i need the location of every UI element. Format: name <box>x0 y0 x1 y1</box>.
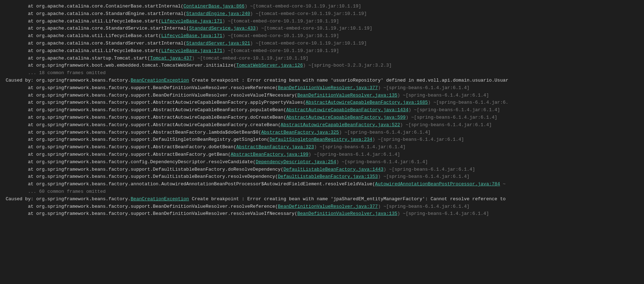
terminal-line: at org.apache.catalina.util.LifecycleBas… <box>6 32 638 40</box>
terminal-line: at org.springframework.beans.factory.sup… <box>6 107 638 114</box>
file-link[interactable]: AbstractAutowireCapableBeanFactory.java:… <box>281 122 400 128</box>
jar-info: ) ~[spring-beans-6.1.4.jar:6.1.4] <box>397 93 489 98</box>
file-link[interactable]: StandardServer.java:921 <box>186 41 250 46</box>
at-text: at org.springframework.beans.factory.sup… <box>6 152 231 157</box>
at-text: at org.springframework.beans.factory.sup… <box>6 122 281 128</box>
terminal-line: at org.apache.catalina.util.LifecycleBas… <box>6 18 638 25</box>
at-text: at org.apache.catalina.util.LifecycleBas… <box>6 19 161 24</box>
at-text: at org.springframework.beans.factory.sup… <box>6 137 269 142</box>
jar-info: ) ~[spring-beans-6.1.4.jar:6.1.4] <box>378 85 469 91</box>
at-text: at org.springframework.boot.web.embedded… <box>6 63 236 68</box>
jar-info: ) ~[spring-beans-6.1.4.jar:6.1.4] <box>383 167 475 172</box>
file-link[interactable]: AutowiredAnnotationBeanPostProcessor.jav… <box>375 181 500 187</box>
caused-by-prefix: Caused by: org.springframework.beans.fac… <box>6 196 131 202</box>
terminal-line: at org.springframework.beans.factory.ann… <box>6 181 638 188</box>
file-link[interactable]: AbstractAutowireCapableBeanFactory.java:… <box>286 107 408 113</box>
terminal-line: at org.apache.catalina.startup.Tomcat.st… <box>6 55 638 62</box>
terminal-line: at org.apache.catalina.core.StandardServ… <box>6 25 638 32</box>
terminal-line: ... 60 common frames omitted <box>6 188 638 196</box>
file-link[interactable]: BeanDefinitionValueResolver.java:135 <box>297 211 397 216</box>
file-link[interactable]: StandardEngine.java:240 <box>186 11 250 16</box>
terminal-line: at org.springframework.beans.factory.sup… <box>6 114 638 122</box>
terminal-line: at org.springframework.beans.factory.con… <box>6 159 638 166</box>
file-link[interactable]: AbstractBeanFactory.java:323 <box>236 144 314 150</box>
exception-class-link[interactable]: BeanCreationException <box>131 196 189 202</box>
file-link[interactable]: DefaultSingletonBeanRegistry.java:234 <box>269 137 372 142</box>
at-text: at org.springframework.beans.factory.sup… <box>6 204 278 209</box>
file-link[interactable]: ContainerBase.java:866 <box>183 4 245 9</box>
jar-info: ) ~[spring-beans-6.1.4.jar:6.1.4] <box>372 137 464 142</box>
terminal-line: Caused by: org.springframework.beans.fac… <box>6 77 638 84</box>
at-text: at org.springframework.beans.factory.sup… <box>6 211 297 216</box>
at-text: at org.apache.catalina.core.ContainerBas… <box>6 4 183 9</box>
jar-info: ) ~[spring-beans-6.1.4.jar:6.1.4] <box>336 159 428 165</box>
at-text: at org.springframework.beans.factory.sup… <box>6 85 278 91</box>
at-text: at org.springframework.beans.factory.sup… <box>6 174 278 179</box>
file-link[interactable]: LifecycleBase.java:171 <box>161 19 222 24</box>
terminal-line: at org.springframework.beans.factory.sup… <box>6 129 638 136</box>
jar-info: ) ~[tomcat-embed-core-10.1.19.jar:10.1.1… <box>250 41 367 46</box>
file-link[interactable]: StandardService.java:433 <box>189 26 256 31</box>
file-link[interactable]: AbstractAutowireCapableBeanFactory.java:… <box>286 115 405 120</box>
terminal-output[interactable]: at org.apache.catalina.core.ContainerBas… <box>0 0 644 284</box>
terminal-line: at org.apache.catalina.core.StandardEngi… <box>6 10 638 18</box>
at-text: at org.springframework.beans.factory.sup… <box>6 100 306 105</box>
terminal-line: at org.springframework.beans.factory.sup… <box>6 99 638 107</box>
terminal-line: ... 18 common frames omitted <box>6 69 638 77</box>
file-link[interactable]: AbstractAutowireCapableBeanFactory.java:… <box>306 100 428 105</box>
jar-info: ) ~[spring-beans-6.1.4.jar:6.1.4] <box>400 122 492 128</box>
jar-info: ) ~[spring-beans-6.1.4.jar:6.1.4] <box>314 144 405 150</box>
terminal-line: at org.springframework.beans.factory.sup… <box>6 92 638 99</box>
at-text: at org.springframework.beans.factory.sup… <box>6 107 286 113</box>
terminal-line: at org.apache.catalina.util.LifecycleBas… <box>6 47 638 55</box>
file-link[interactable]: AbstractBeanFactory.java:325 <box>261 130 339 135</box>
terminal-line: Caused by: org.springframework.beans.fac… <box>6 196 638 203</box>
jar-info: ) ~[tomcat-embed-core-10.1.19.jar:10.1.1… <box>250 11 367 16</box>
file-link[interactable]: Tomcat.java:437 <box>150 56 192 61</box>
terminal-line: at org.springframework.beans.factory.sup… <box>6 173 638 181</box>
file-link[interactable]: DefaultListableBeanFactory.java:1353 <box>278 174 378 179</box>
terminal-line: at org.springframework.beans.factory.sup… <box>6 144 638 151</box>
exception-class-link[interactable]: BeanCreationException <box>131 78 189 83</box>
at-text: at org.apache.catalina.core.StandardEngi… <box>6 11 186 16</box>
exception-message: Create breakpoint : Error creating bean … <box>189 196 506 202</box>
file-link[interactable]: TomcatWebServer.java:126 <box>236 63 303 68</box>
at-text: at org.apache.catalina.startup.Tomcat.st… <box>6 56 150 61</box>
file-link[interactable]: DependencyDescriptor.java:254 <box>256 159 336 165</box>
jar-info: ) ~[spring-beans-6.1.4.jar:6.1.4] <box>405 115 497 120</box>
at-text: at org.springframework.beans.factory.con… <box>6 159 256 165</box>
jar-info: ) ~[tomcat-embed-core-10.1.19.jar:10.1.1… <box>245 4 361 9</box>
file-link[interactable]: DefaultListableBeanFactory.java:1443 <box>283 167 383 172</box>
terminal-line: at org.springframework.beans.factory.sup… <box>6 203 638 211</box>
file-link[interactable]: BeanDefinitionValueResolver.java:135 <box>297 93 397 98</box>
jar-info: ) ~[spring-beans-6.1.4.jar:6.1.4] <box>378 204 469 209</box>
terminal-line: at org.springframework.boot.web.embedded… <box>6 62 638 69</box>
at-text: at org.apache.catalina.util.LifecycleBas… <box>6 33 161 38</box>
at-text: at org.springframework.beans.factory.sup… <box>6 167 283 172</box>
terminal-line: at org.springframework.beans.factory.sup… <box>6 151 638 159</box>
terminal-line: at org.apache.catalina.core.StandardServ… <box>6 40 638 47</box>
exception-message: Create breakpoint : Error creating bean … <box>189 78 508 83</box>
at-text: at org.springframework.beans.factory.sup… <box>6 144 236 150</box>
terminal-line: at org.springframework.beans.factory.sup… <box>6 210 638 218</box>
jar-info: ) ~[spring-beans-6.1.4.jar:6.1.4] <box>397 211 489 216</box>
caused-by-prefix: Caused by: org.springframework.beans.fac… <box>6 78 131 83</box>
at-text: at org.springframework.beans.factory.ann… <box>6 181 375 187</box>
at-text: at org.springframework.beans.factory.sup… <box>6 130 261 135</box>
jar-info: ) ~[tomcat-embed-core-10.1.19.jar:10.1.1… <box>222 48 339 53</box>
at-text: at org.apache.catalina.core.StandardServ… <box>6 26 189 31</box>
file-link[interactable]: AbstractBeanFactory.java:199 <box>231 152 308 157</box>
jar-info: ) ~[spring-beans-6.1.4.jar:6.1.4] <box>378 174 469 179</box>
file-link[interactable]: BeanDefinitionValueResolver.java:377 <box>278 85 378 91</box>
file-link[interactable]: BeanDefinitionValueResolver.java:377 <box>278 204 378 209</box>
file-link[interactable]: LifecycleBase.java:171 <box>161 33 222 38</box>
terminal-line: at org.springframework.beans.factory.sup… <box>6 136 638 144</box>
file-link[interactable]: LifecycleBase.java:171 <box>161 48 222 53</box>
at-text: at org.apache.catalina.util.LifecycleBas… <box>6 48 161 53</box>
jar-info: ) ~[spring-beans-6.1.4.jar:6.1.4] <box>308 152 400 157</box>
at-text: at org.springframework.beans.factory.sup… <box>6 93 297 98</box>
at-text: at org.springframework.beans.factory.sup… <box>6 115 286 120</box>
jar-info: ) ~[tomcat-embed-core-10.1.19.jar:10.1.1… <box>192 56 309 61</box>
terminal-line: at org.apache.catalina.core.ContainerBas… <box>6 3 638 10</box>
jar-info: ) ~[spring-beans-6.1.4.jar:6. <box>428 100 508 105</box>
